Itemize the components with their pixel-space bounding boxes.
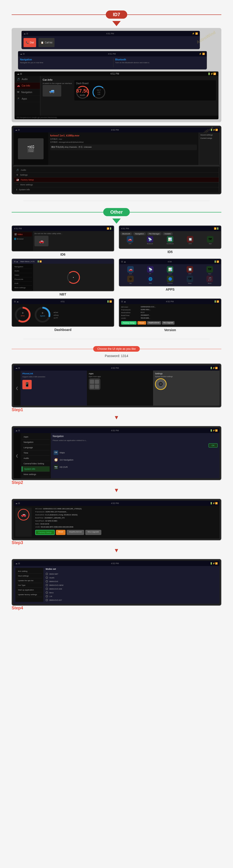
apps-screen: ⊟ ☁ 4:5K 🔋📶 🚗AVR 📡BT 📊Dash 🔲DVR 🗺Navi ⚙S…: [119, 259, 221, 286]
radio-bmw-nbt[interactable]: BMW-NBT: [46, 572, 218, 576]
radio-benz[interactable]: Benz: [46, 591, 218, 594]
step3-upgrade-btn[interactable]: Mcu-Upgrade: [85, 530, 101, 535]
app-icon-avr[interactable]: 🚗AVR: [121, 266, 140, 275]
factory-arm[interactable]: Arm setting: [16, 569, 42, 574]
step1-screen: ☁ ⊟ 4:52 PM 🔋⚡📶 ❮ PhoneLink Support USB …: [12, 364, 221, 407]
id5-bluetooth-tab[interactable]: Bluetooth: [121, 232, 132, 235]
app-icon-music[interactable]: 🎵Music: [200, 276, 219, 284]
id7-carinfo-screen: ☁ ⊟ 4:51 PM 🔋⚡📶 🎵 Audio 🚗 Car-Info: [14, 71, 219, 119]
bt-desc: Turn on the Bluetooth device and make a: [115, 62, 205, 64]
nbt-menu-nav[interactable]: Navigation: [13, 265, 32, 269]
menu-sysinfo-highlighted[interactable]: System info: [22, 466, 49, 472]
app-icon-maps[interactable]: 🗺Maps: [180, 276, 199, 284]
nbt-menu-dvr[interactable]: DVR: [13, 281, 32, 286]
sysinfo-build-key: BuildTime:: [35, 517, 44, 519]
app-icon-settings[interactable]: ⚙Set: [121, 276, 140, 284]
id5-installer-tab[interactable]: Installer: [163, 232, 173, 235]
speedometer-svg: 0 RPM: [14, 306, 31, 323]
id6-screen: 4:51 PM 📶🔋 🎬 Video 🌐 Browser Do not mix …: [12, 225, 114, 251]
id5-icon-avr[interactable]: 🚗 AVR: [121, 236, 139, 244]
app-icon-dvr[interactable]: 🔲DVR: [180, 266, 199, 275]
menu-factory[interactable]: 🏭Factory Setup: [14, 178, 219, 182]
radio-bmw-evo[interactable]: BMW-EV0: [46, 580, 218, 583]
apps-topbar: ⊟ ☁ 4:5K 🔋📶: [119, 259, 221, 264]
reset-btn[interactable]: Reset: [137, 321, 146, 324]
factory-update-settings[interactable]: Update factory settings: [16, 592, 42, 597]
id5-icon-bt[interactable]: 📡 Bluetooth: [140, 236, 159, 244]
app-icon-dash[interactable]: 📊Dash: [161, 266, 179, 275]
id5-files-tab[interactable]: File Manager: [147, 232, 162, 235]
menu-language[interactable]: Language: [22, 445, 49, 450]
maps-label: Maps: [60, 452, 65, 454]
menu-settings[interactable]: ⚙Settings: [14, 173, 219, 178]
menu-time[interactable]: Time: [22, 450, 49, 456]
dial-btn[interactable]: 📞 Dial: [24, 38, 36, 47]
sidebar-apps[interactable]: 📱 Apps: [15, 96, 40, 102]
nav-option-gonav[interactable]: 🧭 GO Navigation: [53, 457, 218, 463]
nbt-menu-phonelink[interactable]: PhoneLink: [13, 277, 32, 281]
menu-camera[interactable]: Camera/Video Setting: [22, 461, 49, 466]
car-info-desc: A switch to the original car interface: [43, 82, 72, 85]
id5-nav-tab[interactable]: Navigation: [133, 232, 146, 235]
menu-audio[interactable]: Audio: [22, 456, 49, 461]
radio-audis[interactable]: AudiS: [46, 576, 218, 580]
radio-jr[interactable]: J.R: [46, 594, 218, 598]
apps-icons-area: 🚗AVR 📡BT 📊Dash 🔲DVR 🗺Navi ⚙Set 🌐Web 🔵Chr…: [119, 264, 221, 286]
step3-factory-btn[interactable]: Factory Setup: [35, 530, 55, 535]
menu-more[interactable]: ⋯More settings: [14, 182, 219, 187]
id6-video-btn[interactable]: 🎬 Video: [13, 232, 32, 237]
radio-bmw-evo-id6[interactable]: BMW-EVO-ID6: [46, 587, 218, 591]
apps-label: Apps: [22, 97, 27, 100]
nbt-menu-video[interactable]: Video: [13, 273, 32, 277]
nbt-menu-more[interactable]: More settings: [13, 286, 32, 290]
menu-audio[interactable]: 🎵Audio: [14, 168, 219, 173]
radio-bmw-evo-new[interactable]: BMW-EVO-NEW: [46, 583, 218, 587]
factory-startup[interactable]: Start up application: [16, 588, 42, 592]
step1-left-arrow[interactable]: ❮: [13, 371, 21, 406]
menu-sysinfo[interactable]: ℹSystem info: [14, 187, 219, 192]
app-icon-web[interactable]: 🌐Web: [141, 276, 160, 284]
stop-mcu-btn[interactable]: StopMcuServer: [147, 321, 161, 324]
id7-screenshots-area: AstroWind ☁ ⊟ 4:51 PM ⚡ 📶 📞 Dial 📋: [12, 28, 221, 122]
step3-stop-btn[interactable]: StopMcuServer: [67, 530, 84, 535]
mcu-upgrade-btn[interactable]: Mcu-Upgrade: [162, 321, 174, 324]
nbt-menu-audio[interactable]: Audio: [13, 269, 32, 273]
radio-bmw-evo-id7[interactable]: BMW-EVO-ID7: [46, 598, 218, 602]
id5-icon-dvr[interactable]: 🔲 DVR: [181, 236, 200, 244]
step1-status: 🔋⚡📶: [210, 367, 218, 369]
media-time: 4:52 PM: [111, 129, 119, 131]
app-icon-bt[interactable]: 📡BT: [141, 266, 160, 275]
app-icon-navi[interactable]: 🗺Navi: [200, 266, 219, 275]
factory-btn[interactable]: Factory Setup: [121, 321, 137, 324]
nav-option-hddvr[interactable]: 📷 HD DVR: [53, 464, 218, 470]
media-filetype: 文件格式: mov: [50, 138, 197, 141]
factory-stud[interactable]: Stud settings: [16, 574, 42, 578]
nav-option-maps[interactable]: 🗺 Maps: [53, 450, 218, 456]
sysinfo-menu-label: System info: [19, 188, 30, 191]
sysinfo-fw-val: DGR0-5501.22Y-Framework...: [45, 511, 67, 513]
svg-text:0: 0: [42, 312, 43, 314]
id6-nav-btn[interactable]: 🌐 Browser: [13, 237, 32, 241]
page-wrapper: ID7 AstroWind ☁ ⊟ 4:51 PM ⚡ 📶 📞 Dial: [0, 0, 233, 620]
sidebar-navigation[interactable]: 🗺 Navigation: [15, 89, 40, 96]
step2-left-nav[interactable]: ❮: [13, 433, 21, 478]
factory-update-apk[interactable]: Update the apk list: [16, 578, 42, 583]
sidebar-carinfo[interactable]: 🚗 Car-Info: [15, 83, 40, 89]
radio-dot-bmw-nbt: [46, 573, 48, 575]
app-icon-chrome[interactable]: 🔵Chrome: [161, 276, 179, 284]
sidebar-audio[interactable]: 🎵 Audio: [15, 76, 40, 83]
apps-icons: ⊟ ☁: [121, 260, 126, 263]
dial-body: 📞 Dial 📋 Call list: [22, 36, 200, 49]
menu-apps[interactable]: Apps: [22, 434, 49, 440]
ok-button[interactable]: OK: [208, 443, 218, 447]
menu-navigation[interactable]: Navigation: [22, 440, 49, 445]
nav-icon-sidebar: 🗺: [17, 91, 19, 94]
id5-icon-navi[interactable]: 🗺 Navi: [201, 236, 220, 244]
menu-more-settings[interactable]: More settings: [22, 472, 49, 477]
factory-car-type[interactable]: Car Type: [16, 583, 42, 588]
id5-icon-dash[interactable]: 📊 DashBoard: [161, 236, 179, 244]
calllist-btn[interactable]: 📋 Call list: [38, 38, 55, 47]
sysinfo-android-val: 8.1.0 (Android 8.1.0 eng: 20190214 16023…: [45, 514, 77, 516]
step3-reset-btn[interactable]: Reset: [56, 530, 65, 535]
step2-car-screen: ☁ ⊟ 4:52 PM 🔋⚡📶 ❮ Apps Navigation Langua…: [13, 428, 220, 478]
